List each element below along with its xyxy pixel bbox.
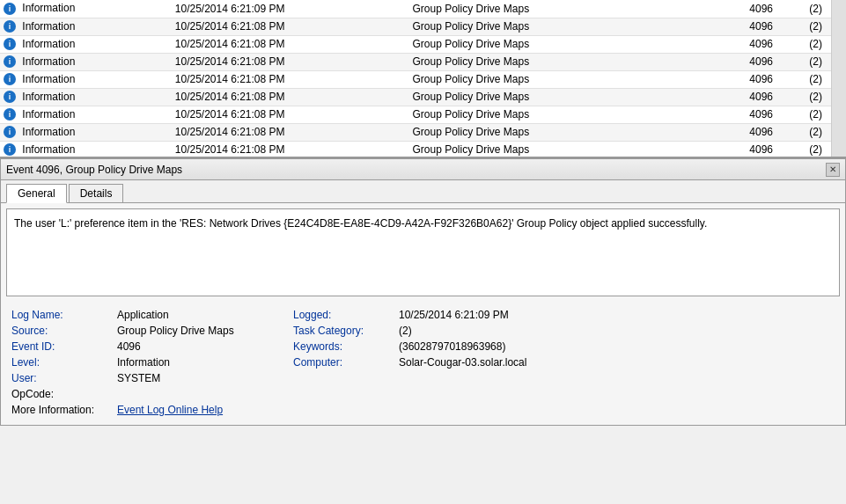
- event-datetime-cell: 10/25/2014 6:21:08 PM: [172, 123, 409, 141]
- event-source-cell: Group Policy Drive Maps: [408, 70, 699, 88]
- event-id-cell: 4096: [699, 53, 778, 70]
- event-datetime-cell: 10/25/2014 6:21:08 PM: [172, 35, 409, 53]
- event-datetime-cell: 10/25/2014 6:21:08 PM: [172, 141, 409, 158]
- event-task-cell: (2): [778, 70, 831, 88]
- event-level-text: Information: [22, 91, 75, 103]
- event-level-cell: i Information: [0, 70, 172, 88]
- table-row[interactable]: i Information 10/25/2014 6:21:08 PM Grou…: [0, 18, 831, 35]
- event-source-cell: Group Policy Drive Maps: [408, 141, 699, 158]
- event-id-cell: 4096: [699, 35, 778, 53]
- event-task-cell: (2): [778, 141, 831, 158]
- info-icon: i: [4, 3, 16, 15]
- event-datetime-cell: 10/25/2014 6:21:08 PM: [172, 53, 409, 70]
- event-id-cell: 4096: [699, 123, 778, 141]
- detail-titlebar: Event 4096, Group Policy Drive Maps ✕: [1, 159, 845, 180]
- event-level-cell: i Information: [0, 123, 172, 141]
- table-row[interactable]: i Information 10/25/2014 6:21:08 PM Grou…: [0, 88, 831, 106]
- event-id-cell: 4096: [699, 141, 778, 158]
- info-icon: i: [4, 126, 16, 138]
- table-row[interactable]: i Information 10/25/2014 6:21:08 PM Grou…: [0, 141, 831, 158]
- info-icon: i: [4, 38, 16, 50]
- event-list-panel: i Information 10/25/2014 6:21:09 PM Grou…: [0, 0, 846, 158]
- event-level-cell: i Information: [0, 88, 172, 106]
- task-category-value: (2): [399, 325, 835, 337]
- opcode-label: OpCode:: [11, 388, 117, 400]
- keywords-value: (36028797018963968): [399, 340, 835, 353]
- more-info-label: More Information:: [11, 404, 117, 416]
- user-value: SYSTEM: [117, 372, 293, 384]
- info-icon: i: [4, 108, 16, 121]
- info-icon: i: [4, 55, 16, 68]
- tab-general[interactable]: General: [6, 184, 67, 203]
- event-datetime-cell: 10/25/2014 6:21:08 PM: [172, 88, 409, 106]
- event-log-online-help-link[interactable]: Event Log Online Help: [117, 404, 293, 416]
- log-name-label: Log Name:: [11, 309, 117, 321]
- event-source-cell: Group Policy Drive Maps: [408, 18, 699, 35]
- close-button[interactable]: ✕: [826, 163, 840, 177]
- event-level-text: Information: [22, 126, 75, 138]
- computer-value: Solar-Cougar-03.solar.local: [399, 356, 835, 369]
- detail-content: The user 'L:' preference item in the 'RE…: [1, 203, 845, 425]
- event-level-text: Information: [22, 143, 75, 156]
- table-row[interactable]: i Information 10/25/2014 6:21:09 PM Grou…: [0, 0, 831, 18]
- logged-value: 10/25/2014 6:21:09 PM: [399, 309, 835, 321]
- table-row[interactable]: i Information 10/25/2014 6:21:08 PM Grou…: [0, 106, 831, 123]
- event-task-cell: (2): [778, 18, 831, 35]
- event-table-wrapper: i Information 10/25/2014 6:21:09 PM Grou…: [0, 0, 831, 158]
- event-datetime-cell: 10/25/2014 6:21:08 PM: [172, 70, 409, 88]
- opcode-value: [117, 388, 293, 400]
- info-icon: i: [4, 143, 16, 156]
- event-message-box: The user 'L:' preference item in the 'RE…: [6, 208, 840, 296]
- event-level-text: Information: [22, 108, 75, 121]
- table-row[interactable]: i Information 10/25/2014 6:21:08 PM Grou…: [0, 123, 831, 141]
- table-row[interactable]: i Information 10/25/2014 6:21:08 PM Grou…: [0, 70, 831, 88]
- info-icon: i: [4, 91, 16, 103]
- level-value: Information: [117, 356, 293, 369]
- event-datetime-cell: 10/25/2014 6:21:09 PM: [172, 0, 409, 18]
- event-source-cell: Group Policy Drive Maps: [408, 123, 699, 141]
- event-id-cell: 4096: [699, 88, 778, 106]
- source-label: Source:: [11, 325, 117, 337]
- event-level-cell: i Information: [0, 53, 172, 70]
- user-label: User:: [11, 372, 117, 384]
- event-level-cell: i Information: [0, 35, 172, 53]
- event-id-cell: 4096: [699, 106, 778, 123]
- event-datetime-cell: 10/25/2014 6:21:08 PM: [172, 106, 409, 123]
- event-source-cell: Group Policy Drive Maps: [408, 53, 699, 70]
- event-source-cell: Group Policy Drive Maps: [408, 0, 699, 18]
- level-label: Level:: [11, 356, 117, 369]
- event-task-cell: (2): [778, 123, 831, 141]
- detail-fields: Log Name: Application Logged: 10/25/2014…: [6, 305, 840, 420]
- event-task-cell: (2): [778, 53, 831, 70]
- info-icon: i: [4, 73, 16, 85]
- detail-title: Event 4096, Group Policy Drive Maps: [6, 164, 182, 176]
- tab-details[interactable]: Details: [69, 184, 124, 202]
- event-id-cell: 4096: [699, 18, 778, 35]
- event-source-cell: Group Policy Drive Maps: [408, 88, 699, 106]
- event-task-cell: (2): [778, 106, 831, 123]
- source-value: Group Policy Drive Maps: [117, 325, 293, 337]
- event-level-cell: i Information: [0, 106, 172, 123]
- event-task-cell: (2): [778, 88, 831, 106]
- event-detail-panel: Event 4096, Group Policy Drive Maps ✕ Ge…: [0, 158, 846, 426]
- event-level-text: Information: [22, 20, 75, 33]
- event-id-cell: 4096: [699, 70, 778, 88]
- event-task-cell: (2): [778, 0, 831, 18]
- event-source-cell: Group Policy Drive Maps: [408, 106, 699, 123]
- event-message-text: The user 'L:' preference item in the 'RE…: [14, 217, 707, 230]
- event-source-cell: Group Policy Drive Maps: [408, 35, 699, 53]
- table-row[interactable]: i Information 10/25/2014 6:21:08 PM Grou…: [0, 35, 831, 53]
- event-level-cell: i Information: [0, 18, 172, 35]
- event-level-text: Information: [22, 55, 75, 68]
- event-datetime-cell: 10/25/2014 6:21:08 PM: [172, 18, 409, 35]
- event-id-value: 4096: [117, 340, 293, 353]
- event-id-cell: 4096: [699, 0, 778, 18]
- event-level-text: Information: [22, 38, 75, 50]
- info-icon: i: [4, 20, 16, 33]
- table-row[interactable]: i Information 10/25/2014 6:21:08 PM Grou…: [0, 53, 831, 70]
- keywords-label: Keywords:: [293, 340, 399, 353]
- event-table: i Information 10/25/2014 6:21:09 PM Grou…: [0, 0, 831, 158]
- vertical-scrollbar[interactable]: [831, 0, 846, 157]
- event-level-cell: i Information: [0, 0, 172, 18]
- event-level-text: Information: [22, 73, 75, 85]
